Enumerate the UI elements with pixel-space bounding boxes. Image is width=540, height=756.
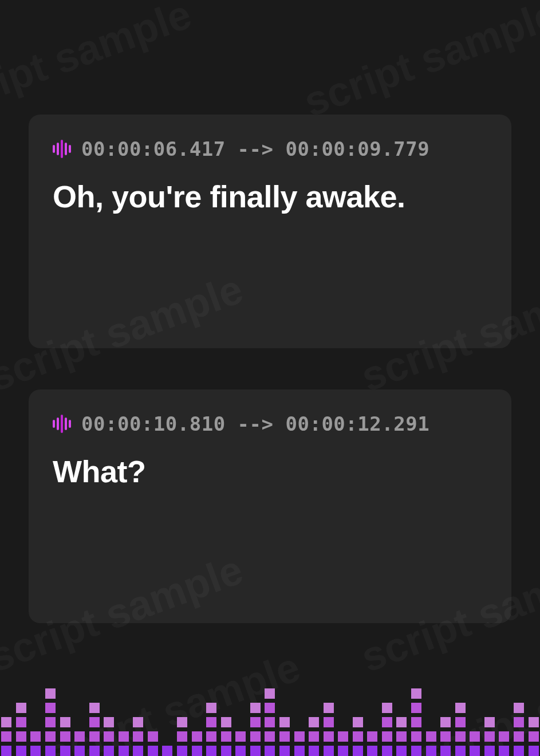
equalizer-bar bbox=[220, 717, 231, 756]
equalizer-bar bbox=[470, 731, 480, 756]
equalizer-bar bbox=[440, 717, 451, 756]
equalizer-bar bbox=[191, 731, 202, 756]
equalizer-bar bbox=[396, 717, 407, 756]
equalizer-bar bbox=[367, 731, 378, 756]
equalizer-bar bbox=[309, 717, 320, 756]
equalizer-bar bbox=[279, 717, 290, 756]
equalizer-visualization bbox=[0, 676, 540, 756]
equalizer-bar bbox=[45, 688, 56, 756]
equalizer-bar bbox=[235, 731, 246, 756]
equalizer-bar bbox=[16, 703, 27, 756]
equalizer-bar bbox=[338, 731, 349, 756]
equalizer-bar bbox=[499, 731, 510, 756]
subtitle-card[interactable]: 00:00:06.417 --> 00:00:09.779 Oh, you're… bbox=[29, 115, 511, 348]
equalizer-bar bbox=[133, 717, 144, 756]
equalizer-bar bbox=[528, 717, 539, 756]
equalizer-bar bbox=[411, 688, 422, 756]
equalizer-bar bbox=[148, 731, 159, 756]
equalizer-bar bbox=[353, 717, 364, 756]
equalizer-bar bbox=[484, 717, 495, 756]
equalizer-bar bbox=[74, 731, 85, 756]
equalizer-bar bbox=[250, 703, 261, 756]
equalizer-bar bbox=[162, 746, 173, 756]
timestamp-value: 00:00:10.810 --> 00:00:12.291 bbox=[81, 412, 429, 435]
timestamp-value: 00:00:06.417 --> 00:00:09.779 bbox=[81, 137, 429, 160]
equalizer-bar bbox=[104, 717, 115, 756]
equalizer-bar bbox=[206, 703, 217, 756]
equalizer-bar bbox=[30, 731, 41, 756]
equalizer-bar bbox=[382, 703, 393, 756]
equalizer-bar bbox=[294, 731, 305, 756]
equalizer-bar bbox=[89, 703, 100, 756]
waveform-icon bbox=[53, 140, 71, 158]
equalizer-bar bbox=[1, 717, 12, 756]
timestamp-row: 00:00:06.417 --> 00:00:09.779 bbox=[53, 137, 487, 160]
equalizer-bar bbox=[60, 717, 70, 756]
equalizer-bar bbox=[177, 717, 188, 756]
subtitle-card[interactable]: 00:00:10.810 --> 00:00:12.291 What? bbox=[29, 389, 511, 623]
equalizer-bar bbox=[265, 688, 275, 756]
subtitle-text: Oh, you're finally awake. bbox=[53, 178, 487, 216]
waveform-icon bbox=[53, 415, 71, 433]
equalizer-bar bbox=[323, 703, 334, 756]
equalizer-bar bbox=[119, 731, 129, 756]
timestamp-row: 00:00:10.810 --> 00:00:12.291 bbox=[53, 412, 487, 435]
equalizer-bar bbox=[514, 703, 525, 756]
subtitle-text: What? bbox=[53, 452, 487, 491]
equalizer-bar bbox=[455, 703, 466, 756]
subtitle-list: 00:00:06.417 --> 00:00:09.779 Oh, you're… bbox=[0, 0, 540, 623]
equalizer-bar bbox=[425, 731, 436, 756]
